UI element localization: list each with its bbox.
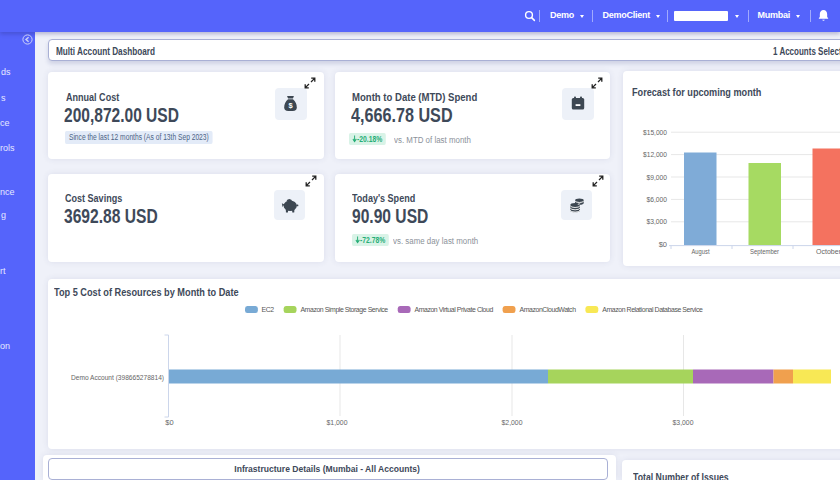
- svg-text:$1,000: $1,000: [327, 417, 348, 426]
- svg-text:$0: $0: [165, 417, 173, 426]
- svg-text:$15,000: $15,000: [643, 128, 667, 137]
- svg-text:$3,000: $3,000: [646, 217, 667, 226]
- svg-text:$6,000: $6,000: [646, 195, 667, 204]
- svg-text:$0: $0: [658, 240, 666, 249]
- svg-text:$2,000: $2,000: [502, 417, 523, 426]
- svg-text:August: August: [691, 247, 710, 256]
- svg-text:$12,000: $12,000: [643, 150, 667, 159]
- svg-text:$9,000: $9,000: [646, 173, 667, 182]
- svg-text:$3,000: $3,000: [673, 417, 694, 426]
- svg-text:September: September: [750, 247, 779, 256]
- svg-text:Demo Account (398665278814): Demo Account (398665278814): [71, 372, 164, 381]
- svg-text:October: October: [816, 247, 840, 256]
